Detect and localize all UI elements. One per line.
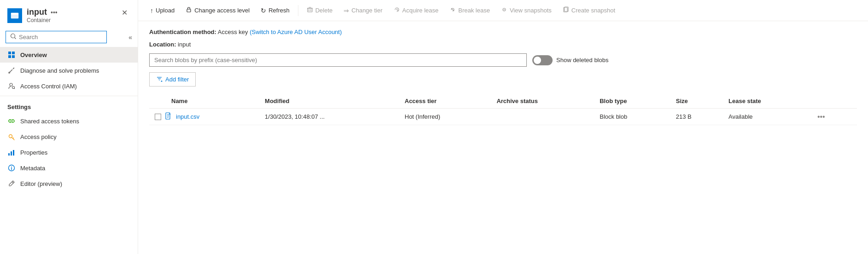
show-deleted-label: Show deleted blobs <box>556 57 608 64</box>
change-tier-icon: ⇒ <box>344 7 349 14</box>
wrench-icon <box>7 66 16 75</box>
blob-row-actions: ••• <box>809 109 857 125</box>
sidebar-item-iam[interactable]: Access Control (IAM) <box>0 78 138 94</box>
svg-rect-26 <box>308 8 312 12</box>
sidebar: input ••• Container ✕ « <box>0 0 138 254</box>
delete-button[interactable]: Delete <box>302 4 338 17</box>
sidebar-item-overview[interactable]: Overview <box>0 47 138 63</box>
break-lease-icon <box>449 6 456 14</box>
col-lease-state: Lease state <box>723 94 809 109</box>
row-more-button[interactable]: ••• <box>815 112 828 121</box>
add-filter-label: Add filter <box>165 76 189 83</box>
settings-section-header: Settings <box>0 96 138 113</box>
sidebar-title: input ••• <box>27 7 114 17</box>
iam-label: Access Control (IAM) <box>20 83 77 90</box>
toggle-knob <box>534 57 541 64</box>
lock-icon <box>186 6 192 14</box>
collapse-sidebar-button[interactable]: « <box>128 34 132 41</box>
sidebar-item-access-policy[interactable]: Access policy <box>0 129 138 144</box>
sidebar-header: input ••• Container ✕ <box>0 0 138 27</box>
blob-name[interactable]: input.csv <box>176 113 199 120</box>
blob-search-input[interactable] <box>149 53 527 67</box>
link-icon <box>7 117 16 125</box>
svg-rect-1 <box>11 13 18 15</box>
svg-point-12 <box>12 87 15 89</box>
add-filter-button[interactable]: Add filter <box>149 72 196 87</box>
search-input[interactable] <box>6 31 107 43</box>
svg-line-4 <box>15 38 16 39</box>
sidebar-item-metadata[interactable]: Metadata <box>0 160 138 176</box>
svg-rect-19 <box>11 151 12 156</box>
toolbar-divider <box>298 5 298 16</box>
col-modified: Modified <box>259 94 399 109</box>
table-header: Name Modified Access tier Archive status… <box>149 94 857 109</box>
chart-icon <box>7 148 16 156</box>
upload-icon: ↑ <box>150 7 153 14</box>
svg-rect-5 <box>8 52 11 54</box>
diagnose-label: Diagnose and solve problems <box>20 67 99 74</box>
add-filter-icon <box>156 75 163 83</box>
row-checkbox[interactable] <box>155 114 161 120</box>
col-name: Name <box>149 94 259 109</box>
blob-name-cell: input.csv <box>149 109 259 125</box>
main-content: ↑ Upload Change access level ↻ Refresh <box>138 0 868 254</box>
svg-line-13 <box>14 88 15 89</box>
refresh-icon: ↻ <box>261 7 266 14</box>
blob-table: Name Modified Access tier Archive status… <box>149 94 857 125</box>
more-options-icon[interactable]: ••• <box>51 9 58 16</box>
blob-search-row: Show deleted blobs <box>149 53 857 67</box>
sidebar-item-shared-access-tokens[interactable]: Shared access tokens <box>0 113 138 129</box>
auth-method-label: Authentication method: <box>149 29 216 35</box>
table-body: input.csv 1/30/2023, 10:48:07 ... Hot (I… <box>149 109 857 125</box>
info-icon <box>7 164 16 172</box>
col-archive-status: Archive status <box>491 94 594 109</box>
svg-rect-8 <box>12 55 15 58</box>
col-size: Size <box>670 94 723 109</box>
location-info: Location: input <box>149 41 857 48</box>
view-snapshots-button[interactable]: View snapshots <box>496 4 556 17</box>
overview-icon <box>7 51 16 59</box>
create-snapshot-button[interactable]: Create snapshot <box>558 4 620 17</box>
svg-point-35 <box>504 9 505 10</box>
acquire-lease-button[interactable]: Acquire lease <box>389 4 443 17</box>
search-icon <box>10 33 17 41</box>
location-label: Location: <box>149 41 176 48</box>
toolbar: ↑ Upload Change access level ↻ Refresh <box>138 0 868 21</box>
change-tier-button[interactable]: ⇒ Change tier <box>339 4 387 17</box>
show-deleted-toggle[interactable] <box>532 55 553 65</box>
table-row: input.csv 1/30/2023, 10:48:07 ... Hot (I… <box>149 109 857 125</box>
col-actions <box>809 94 857 109</box>
svg-point-3 <box>11 34 15 38</box>
switch-auth-link[interactable]: (Switch to Azure AD User Account) <box>250 29 342 35</box>
refresh-button[interactable]: ↻ Refresh <box>256 4 294 17</box>
pencil-icon <box>7 179 16 188</box>
svg-rect-25 <box>187 9 191 12</box>
svg-rect-18 <box>8 153 10 156</box>
blob-size: 213 B <box>670 109 723 125</box>
blob-lease-state: Available <box>723 109 809 125</box>
properties-label: Properties <box>20 149 47 156</box>
close-button[interactable]: ✕ <box>119 7 130 18</box>
svg-line-17 <box>13 138 14 139</box>
auth-info: Authentication method: Access key (Switc… <box>149 29 857 35</box>
blob-type: Block blob <box>594 109 670 125</box>
svg-line-32 <box>397 10 398 11</box>
sidebar-item-properties[interactable]: Properties <box>0 144 138 160</box>
view-snapshots-icon <box>501 6 507 14</box>
file-icon <box>165 112 172 121</box>
key-icon <box>7 133 16 141</box>
upload-button[interactable]: ↑ Upload <box>146 4 179 17</box>
show-deleted-toggle-group: Show deleted blobs <box>532 55 608 65</box>
delete-icon <box>307 6 313 14</box>
blob-archive-status <box>491 109 594 125</box>
overview-label: Overview <box>20 52 47 58</box>
col-access-tier: Access tier <box>399 94 491 109</box>
svg-line-24 <box>12 182 13 183</box>
sidebar-item-diagnose[interactable]: Diagnose and solve problems <box>0 63 138 78</box>
sidebar-subtitle: Container <box>27 17 114 23</box>
change-access-level-button[interactable]: Change access level <box>181 4 254 17</box>
sidebar-title-group: input ••• Container <box>27 7 114 23</box>
sidebar-item-editor[interactable]: Editor (preview) <box>0 176 138 191</box>
shared-access-tokens-label: Shared access tokens <box>20 118 79 125</box>
break-lease-button[interactable]: Break lease <box>445 4 495 17</box>
